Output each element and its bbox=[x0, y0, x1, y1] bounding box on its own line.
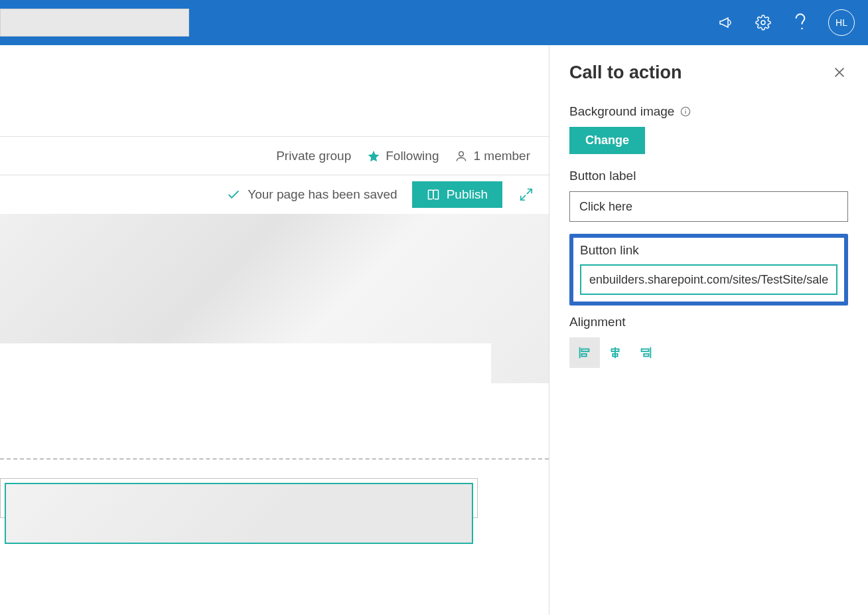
panel-header: Call to action bbox=[569, 62, 848, 83]
svg-rect-7 bbox=[581, 349, 589, 352]
members-link[interactable]: 1 member bbox=[455, 149, 530, 163]
align-left-icon bbox=[577, 345, 592, 360]
group-type: Private group bbox=[276, 149, 351, 163]
publish-button[interactable]: Publish bbox=[412, 181, 502, 208]
property-panel: Call to action Background image Change B… bbox=[549, 45, 868, 615]
info-icon[interactable] bbox=[680, 106, 691, 118]
site-status-row: Private group Following 1 member bbox=[0, 137, 549, 175]
page-header-blank bbox=[0, 45, 549, 137]
align-center-button[interactable] bbox=[600, 337, 630, 368]
svg-rect-14 bbox=[644, 354, 648, 357]
topbar-right: HL bbox=[717, 9, 855, 36]
canvas-area: Private group Following 1 member Your pa… bbox=[0, 45, 549, 615]
following-toggle[interactable]: Following bbox=[367, 149, 439, 163]
main-layout: Private group Following 1 member Your pa… bbox=[0, 45, 868, 615]
section-divider bbox=[0, 458, 549, 575]
svg-rect-13 bbox=[642, 349, 649, 352]
publish-label: Publish bbox=[447, 187, 488, 202]
expand-icon[interactable] bbox=[517, 185, 536, 204]
align-right-button[interactable] bbox=[630, 337, 661, 368]
megaphone-icon[interactable] bbox=[717, 13, 735, 32]
avatar-initials: HL bbox=[835, 17, 847, 28]
close-icon[interactable] bbox=[832, 65, 848, 81]
alignment-options bbox=[569, 337, 848, 368]
search-input[interactable] bbox=[0, 9, 189, 37]
webpart-zone[interactable] bbox=[0, 478, 478, 518]
button-label-input[interactable] bbox=[569, 191, 848, 222]
book-icon bbox=[427, 188, 440, 201]
button-link-highlight: Button link bbox=[569, 234, 848, 306]
svg-rect-8 bbox=[581, 354, 586, 357]
svg-point-2 bbox=[459, 151, 464, 156]
bg-image-label: Background image bbox=[569, 104, 848, 119]
button-link-input[interactable] bbox=[580, 264, 837, 295]
svg-point-1 bbox=[801, 28, 803, 30]
webpart-selected[interactable] bbox=[5, 483, 473, 544]
button-link-label: Button link bbox=[580, 243, 837, 258]
align-right-icon bbox=[638, 345, 653, 360]
members-label: 1 member bbox=[473, 149, 530, 163]
star-icon bbox=[367, 149, 380, 163]
change-button[interactable]: Change bbox=[569, 127, 645, 154]
svg-point-5 bbox=[686, 109, 686, 110]
white-overlay bbox=[0, 343, 491, 383]
panel-title: Call to action bbox=[569, 62, 682, 83]
align-left-button[interactable] bbox=[569, 337, 600, 368]
alignment-label: Alignment bbox=[569, 315, 848, 329]
button-label-label: Button label bbox=[569, 169, 848, 183]
person-icon bbox=[455, 149, 468, 163]
svg-point-0 bbox=[761, 21, 765, 25]
saved-message: Your page has been saved bbox=[226, 187, 397, 202]
help-icon[interactable] bbox=[791, 13, 810, 32]
hero-background bbox=[0, 214, 549, 383]
save-row: Your page has been saved Publish bbox=[0, 175, 549, 214]
following-label: Following bbox=[386, 149, 439, 163]
avatar[interactable]: HL bbox=[828, 9, 855, 36]
saved-text: Your page has been saved bbox=[248, 187, 397, 202]
gear-icon[interactable] bbox=[754, 13, 772, 32]
page-content: ▲ bbox=[0, 214, 549, 615]
topbar-left bbox=[0, 0, 189, 45]
align-center-icon bbox=[608, 345, 622, 360]
check-icon bbox=[226, 187, 241, 202]
top-bar: HL bbox=[0, 0, 868, 45]
bg-image-text: Background image bbox=[569, 104, 674, 119]
